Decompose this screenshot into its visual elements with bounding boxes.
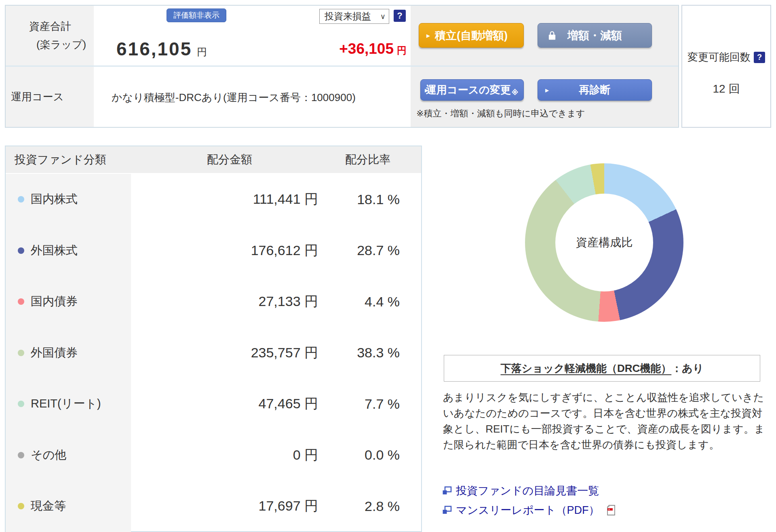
- yen-unit: 円: [197, 45, 207, 59]
- change-count-help-icon[interactable]: ?: [754, 52, 765, 63]
- drc-feature-status: ：あり: [671, 361, 703, 376]
- total-assets-label: 資産合計 (楽ラップ): [6, 6, 94, 65]
- table-row: 国内債券 27,133 円 4.4 %: [6, 276, 421, 327]
- change-count-panel: 変更可能回数 ? 12 回: [681, 5, 771, 128]
- amount-cell: 111,441 円: [253, 190, 328, 209]
- rediagnosis-button[interactable]: ▸ 再診断: [538, 79, 652, 101]
- table-row: 国内株式 111,441 円 18.1 %: [6, 174, 421, 225]
- amount-cell: 17,697 円: [259, 497, 328, 515]
- rediagnosis-button-label: 再診断: [579, 83, 611, 97]
- zougaku-gengaku-button[interactable]: 増額・減額: [538, 23, 652, 48]
- category-bullet: [18, 350, 24, 356]
- allocation-table-body: 国内株式 111,441 円 18.1 % 外国株式 176,612 円 28.…: [6, 174, 421, 532]
- allocation-table-header: 投資ファンド分類 配分金額 配分比率: [6, 146, 421, 173]
- table-row: その他 0 円 0.0 %: [6, 430, 421, 481]
- pdf-file-icon: [606, 505, 616, 515]
- profit-loss-value: +36,105 円: [289, 40, 407, 57]
- ratio-cell: 0.0 %: [365, 447, 407, 463]
- ratio-cell: 7.7 %: [365, 396, 407, 412]
- header-amount: 配分金額: [207, 152, 252, 167]
- category-bullet: [18, 401, 24, 407]
- change-count-value: 12 回: [713, 81, 740, 97]
- total-assets-value: 616,105 円: [116, 38, 207, 60]
- asset-composition-donut-chart: 資産構成比: [525, 163, 683, 322]
- simultaneous-application-note: ※積立・増額・減額も同時に申込できます: [416, 108, 585, 120]
- ratio-cell: 2.8 %: [365, 498, 407, 514]
- donut-center-label: 資産構成比: [555, 194, 653, 291]
- rakuwrap-dashboard: ▸ 積立(自動増額) 増額・減額 ▸ 運用コースの変更 ※ ▸ 再診断 ※積立・…: [0, 0, 776, 532]
- yen-unit: 円: [397, 44, 407, 57]
- change-count-label: 変更可能回数: [687, 50, 751, 64]
- document-links: 投資ファンドの目論見書一覧 マンスリーレポート（PDF）: [442, 483, 616, 517]
- amount-cell: 0 円: [293, 446, 328, 464]
- ratio-cell: 38.3 %: [357, 345, 407, 361]
- allocation-table: 投資ファンド分類 配分金額 配分比率 国内株式 111,441 円 18.1 %…: [5, 146, 422, 532]
- course-change-button[interactable]: ▸ 運用コースの変更 ※: [420, 79, 524, 101]
- drc-feature-box: 下落ショック軽減機能（DRC機能） ：あり: [444, 355, 760, 382]
- pl-period-select[interactable]: 投資来損益 ∨: [319, 9, 389, 24]
- course-row-label: 運用コース: [6, 67, 94, 127]
- table-row: 現金等 17,697 円 2.8 %: [6, 481, 421, 532]
- account-summary-panel: ▸ 積立(自動増額) 増額・減額 ▸ 運用コースの変更 ※ ▸ 再診断 ※積立・…: [5, 5, 679, 128]
- prospectus-link[interactable]: 投資ファンドの目論見書一覧: [442, 483, 616, 498]
- table-row: REIT(リート) 47,465 円 7.7 %: [6, 378, 421, 430]
- category-bullet: [18, 196, 24, 203]
- tsumitate-button[interactable]: ▸ 積立(自動増額): [419, 23, 524, 48]
- button-arrow-icon: ▸: [425, 86, 428, 95]
- category-bullet: [18, 503, 24, 509]
- table-row: 外国株式 176,612 円 28.7 %: [6, 225, 421, 277]
- category-bullet: [18, 298, 24, 305]
- course-description: あまりリスクを気にしすぎずに、とことん収益性を追求していきたいあなたのためのコー…: [443, 390, 765, 453]
- course-change-button-label: 運用コースの変更: [426, 83, 511, 97]
- external-window-icon: [442, 506, 452, 515]
- button-arrow-icon: ▸: [426, 31, 430, 40]
- header-category: 投資ファンド分類: [6, 152, 131, 167]
- hide-valuation-badge[interactable]: 評価額非表示: [167, 8, 226, 22]
- amount-cell: 176,612 円: [251, 241, 328, 260]
- ratio-cell: 28.7 %: [357, 243, 407, 258]
- ratio-cell: 18.1 %: [357, 192, 407, 207]
- course-name-text: かなり積極型-DRCあり(運用コース番号：1000900): [112, 91, 356, 105]
- drc-feature-title: 下落ショック軽減機能（DRC機能）: [501, 361, 672, 376]
- external-window-icon: [442, 486, 452, 495]
- category-bullet: [18, 452, 24, 458]
- row-divider: [6, 65, 678, 67]
- monthly-report-link[interactable]: マンスリーレポート（PDF）: [442, 503, 616, 517]
- button-arrow-icon: ▸: [545, 86, 549, 95]
- pl-help-icon[interactable]: ?: [394, 10, 406, 22]
- chevron-down-icon: ∨: [380, 12, 386, 21]
- lock-icon: [547, 30, 557, 41]
- course-change-note-mark: ※: [512, 89, 519, 97]
- table-row: 外国債券 235,757 円 38.3 %: [6, 327, 421, 379]
- ratio-cell: 4.4 %: [365, 294, 407, 310]
- tsumitate-button-label: 積立(自動増額): [435, 28, 508, 43]
- category-bullet: [18, 247, 24, 254]
- header-ratio: 配分比率: [345, 152, 390, 167]
- zougaku-gengaku-button-label: 増額・減額: [567, 28, 622, 43]
- amount-cell: 47,465 円: [259, 395, 328, 413]
- amount-cell: 27,133 円: [259, 292, 328, 311]
- amount-cell: 235,757 円: [251, 344, 328, 362]
